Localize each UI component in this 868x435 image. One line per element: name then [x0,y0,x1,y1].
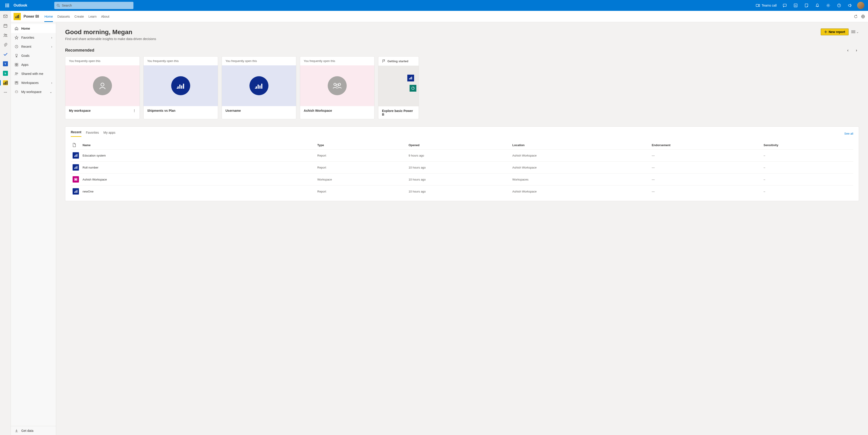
get-data-icon [14,429,19,433]
new-report-button[interactable]: New report [821,29,848,35]
svg-rect-16 [3,83,4,85]
pbi-tab-create[interactable]: Create [74,11,84,22]
pbi-tab-home[interactable]: Home [44,11,53,22]
svg-point-15 [6,34,7,35]
nav-home[interactable]: Home [11,24,56,33]
file-icon [72,143,76,147]
user-avatar[interactable] [857,2,864,9]
recent-tab-recent[interactable]: Recent [71,130,82,137]
rail-bookings[interactable]: b [2,70,9,77]
yammer-icon: Y [3,61,8,66]
recent-tab-favorites[interactable]: Favorites [86,131,99,136]
refresh-icon[interactable] [854,14,858,19]
view-toggle[interactable]: ⌄ [851,30,859,34]
outlook-button[interactable]: 31 [790,0,801,11]
table-header[interactable]: Endorsement [650,141,762,150]
help-button[interactable]: ? [834,0,844,11]
settings-button[interactable] [823,0,834,11]
card-title: Username [225,109,241,113]
workspaces-icon [14,81,19,85]
carousel-next[interactable]: › [854,47,859,54]
recent-tab-myapps[interactable]: My apps [103,131,115,136]
svg-rect-22 [16,17,17,18]
rail-todo[interactable] [2,51,9,58]
table-header[interactable]: Name [81,141,315,150]
rail-more[interactable] [2,89,9,96]
nav-my-workspace[interactable]: My workspace ⌄ [11,87,56,96]
carousel-prev[interactable]: ‹ [845,47,850,54]
powerbi-icon [3,80,8,85]
suite-title[interactable]: Outlook [13,3,27,7]
more-icon [3,90,8,95]
svg-point-19 [4,92,4,93]
rail-mail[interactable] [2,13,9,20]
recommended-title: Recommended [65,48,94,53]
row-location: Ashish Workspace [510,161,650,174]
pbi-tab-about[interactable]: About [101,11,110,22]
table-row[interactable]: Roll number Report 10 hours ago Ashish W… [71,161,853,174]
tips-button[interactable] [801,0,812,11]
table-header[interactable]: Sensitivity [762,141,853,150]
svg-point-39 [16,91,17,92]
recommended-card[interactable]: You frequently open this Ashish Workspac… [300,56,374,119]
row-endorsement: — [650,161,762,174]
svg-rect-32 [17,65,18,66]
svg-rect-61 [410,77,411,80]
teams-call-button[interactable]: Teams call [753,4,779,7]
svg-rect-64 [74,156,75,157]
app-launcher-button[interactable] [2,0,13,11]
card-subtitle: You frequently open this [222,57,296,65]
recommended-card[interactable]: You frequently open this Username [222,56,296,119]
chevron-right-icon: › [51,45,52,49]
recommended-card[interactable]: You frequently open this Shipments vs Pl… [144,56,218,119]
svg-point-51 [177,88,178,89]
pbi-tab-learn[interactable]: Learn [88,11,97,22]
recommended-card[interactable]: You frequently open this My workspace⋮ [65,56,140,119]
rail-powerbi[interactable] [2,79,9,86]
notifications-button[interactable] [812,0,823,11]
recent-table: NameTypeOpenedLocationEndorsementSensiti… [71,141,853,197]
nav-recent[interactable]: Recent › [11,42,56,51]
recent-panel: Recent Favorites My apps See all NameTyp… [65,126,859,201]
search-input[interactable] [62,4,131,7]
nav-shared[interactable]: Shared with me [11,69,56,78]
rail-yammer[interactable]: Y [2,60,9,67]
table-row[interactable]: Ashish Workspace Workspace 10 hours ago … [71,174,853,186]
megaphone-button[interactable] [844,0,855,11]
table-row[interactable]: newOne Report 10 hours ago Ashish Worksp… [71,186,853,197]
svg-rect-47 [178,86,179,89]
card-thumbnail-icon [328,76,347,95]
svg-rect-49 [181,86,182,89]
rail-people[interactable] [2,32,9,39]
rail-files[interactable] [2,41,9,49]
row-sensitivity: – [762,186,853,197]
table-header[interactable] [71,141,81,150]
table-header[interactable]: Type [315,141,407,150]
card-more-button[interactable]: ⋮ [133,109,136,113]
row-type: Workspace [315,174,407,186]
rail-calendar[interactable] [2,22,9,29]
nav-apps[interactable]: Apps [11,60,56,69]
shared-icon [14,72,19,76]
pbi-tab-datasets[interactable]: Datasets [57,11,70,22]
nav-workspaces[interactable]: Workspaces › [11,78,56,87]
greeting-subtitle: Find and share actionable insights to ma… [65,37,156,41]
svg-point-0 [57,4,59,6]
meet-now-button[interactable] [779,0,790,11]
search-box[interactable] [54,2,133,9]
table-header[interactable]: Opened [407,141,510,150]
nav-goals[interactable]: Goals [11,51,56,60]
calendar-square-icon: 31 [794,3,798,7]
svg-rect-53 [257,85,259,89]
nav-get-data[interactable]: Get data [11,426,56,435]
see-all-link[interactable]: See all [844,132,853,135]
svg-rect-43 [851,32,852,33]
card-title: Shipments vs Plan [147,109,175,113]
row-endorsement: — [650,174,762,186]
nav-favorites[interactable]: Favorites › [11,33,56,42]
table-row[interactable]: Education system Report 9 hours ago Ashi… [71,150,853,161]
globe-icon[interactable] [861,14,865,19]
recommended-card-getting-started[interactable]: Getting started Explore basic Power B [378,56,419,119]
people-icon [3,33,8,37]
table-header[interactable]: Location [510,141,650,150]
